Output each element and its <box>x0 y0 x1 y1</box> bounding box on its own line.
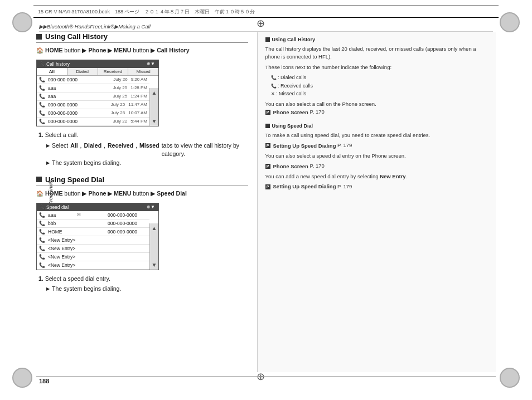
row-date: July 26 <box>113 77 127 82</box>
row-name: aaa <box>48 85 56 91</box>
sd-icon: 📞 <box>39 254 46 260</box>
row-time: 11:47 AM <box>128 102 147 107</box>
right-column: Using Call History The call history disp… <box>257 32 496 372</box>
sd-new-entry: <New Entry> <box>48 237 76 243</box>
right-sd-ref3: P Setting Up Speed Dialing P. 179 <box>265 183 491 191</box>
dialed-icon-item: 📞 : Dialed calls <box>271 74 491 82</box>
sd-sub-step-1: The system begins dialing. <box>46 285 248 294</box>
sd-new-entry: <New Entry> <box>48 262 76 268</box>
sd-icon: 📞 <box>39 237 46 243</box>
call-icon: 📞 <box>39 110 46 116</box>
right-ch-para3: You can also select a call on the Phone … <box>265 100 491 116</box>
sd-new-entry: <New Entry> <box>48 254 76 260</box>
sd-icon: 📞 <box>39 221 46 226</box>
sd-scroll-buttons[interactable]: ▲ ▼ <box>149 223 158 270</box>
missed-icon-item: ✕ : Missed calls <box>271 90 491 98</box>
right-sd-title: Using Speed Dial <box>272 123 313 129</box>
call-history-row: 📞 aaa July 25 1:24 PM <box>37 92 149 101</box>
speed-dial-row: 📞 HOME 000-000-0000 <box>37 228 149 236</box>
corner-decoration-br <box>500 368 520 388</box>
scroll-up-icon[interactable]: ▲ <box>152 90 157 96</box>
call-history-row: 📞 000-000-0000 July 26 9:20 AM <box>37 76 149 84</box>
sd-title-bar: 📞 Speed dial ⊕▼ <box>37 203 158 211</box>
breadcrumb-text: ▶▶Bluetooth® HandsFreeLink®▶Making a Cal… <box>39 23 151 30</box>
page-number: 188 <box>39 378 49 384</box>
screen-title-text: Call history <box>46 61 70 67</box>
call-icon: 📞 <box>39 94 46 99</box>
right-ch-para2: These icons next to the number indicate … <box>265 64 491 71</box>
phone-screen-ref2: P Phone Screen <box>265 163 308 170</box>
right-square-icon <box>265 124 270 128</box>
tab-missed[interactable]: Missed <box>128 68 158 75</box>
right-ch-title: Using Call History <box>272 37 316 42</box>
right-ch-body: The call history displays the last 20 di… <box>265 45 491 116</box>
sd-number: 000-000-0000 <box>108 212 137 218</box>
sd-icon: 📞 <box>39 212 46 218</box>
breadcrumb: ▶▶Bluetooth® HandsFreeLink®▶Making a Cal… <box>39 23 493 32</box>
sd-title-icon: 📞 <box>40 204 46 210</box>
right-call-history: Using Call History The call history disp… <box>265 37 491 116</box>
right-sd-body: To make a call using speed dial, you nee… <box>265 131 491 191</box>
call-history-row: 📞 000-000-0000 July 25 10:07 AM <box>37 109 149 118</box>
right-speed-dial: Using Speed Dial To make a call using sp… <box>265 123 491 191</box>
sub-step-1: Select All, Dialed, Received, Missed tab… <box>46 142 248 159</box>
right-sd-header: Using Speed Dial <box>265 123 491 129</box>
sd-icon: 📞 <box>39 229 46 235</box>
right-ch-para1: The call history displays the last 20 di… <box>265 45 491 61</box>
sd-name: aaa <box>48 212 76 218</box>
row-name: 000-000-0000 <box>48 110 78 116</box>
call-history-screen: 📞 Call history ⊕▼ All Dialed Received Mi… <box>36 60 159 126</box>
sd-icon: 📞 <box>39 246 46 251</box>
tab-received[interactable]: Received <box>98 68 129 75</box>
call-icon: 📞 <box>39 119 46 124</box>
corner-decoration-tr <box>500 12 520 32</box>
scroll-down-icon[interactable]: ▼ <box>152 262 157 268</box>
left-column: Using Call History 🏠 HOME button ▶ Phone… <box>36 32 257 372</box>
screen-title-icon: 📞 <box>40 61 46 67</box>
sd-name: HOME <box>48 229 76 235</box>
scroll-down-icon[interactable]: ▼ <box>152 118 157 124</box>
speed-dial-steps: 1. Select a speed dial entry. The system… <box>38 275 248 294</box>
sd-title-text: Speed dial <box>46 204 69 210</box>
speed-dial-row: 📞 aaa ✉ 000-000-0000 <box>37 211 149 219</box>
row-time: 1:28 PM <box>130 85 147 90</box>
screen-tabs: All Dialed Received Missed <box>37 68 158 76</box>
row-name: aaa <box>48 94 56 99</box>
sd-new-entry: <New Entry> <box>48 246 76 251</box>
call-history-header: Using Call History <box>36 32 248 43</box>
sd-type-icon: ✉ <box>77 212 81 217</box>
ref-box-icon: P <box>265 110 270 115</box>
row-date: July 25 <box>113 85 127 90</box>
row-date: July 25 <box>113 94 127 99</box>
row-time: 1:24 PM <box>130 94 147 99</box>
row-time: 5:44 PM <box>130 119 147 124</box>
setting-up-speed-ref1: P Setting Up Speed Dialing <box>265 142 336 150</box>
screen-options-icon: ⊕▼ <box>147 61 155 66</box>
scroll-up-icon[interactable]: ▲ <box>152 225 157 231</box>
bottom-bar <box>36 376 496 377</box>
call-icon: 📞 <box>39 85 46 91</box>
tab-dialed[interactable]: Dialed <box>67 68 98 75</box>
call-history-row: 📞 000-000-0000 July 22 5:44 PM <box>37 118 149 126</box>
speed-dial-row: 📞 <New Entry> <box>37 253 149 261</box>
screen-title-bar: 📞 Call history ⊕▼ <box>37 60 158 68</box>
right-ch-header: Using Call History <box>265 37 491 42</box>
section-square-icon <box>36 177 42 182</box>
speed-dial-section: Using Speed Dial 🏠 HOME button ▶ Phone ▶… <box>36 175 248 294</box>
call-icon: 📞 <box>39 102 46 108</box>
sd-options-icon: ⊕▼ <box>147 204 155 209</box>
speed-dial-row: 📞 <New Entry> <box>37 236 149 245</box>
header-bar: 15 CR-V NAVI-31T0A8100.book 188 ページ ２０１４… <box>33 6 499 18</box>
call-history-row: 📞 000-000-0000 July 25 11:47 AM <box>37 101 149 109</box>
step-1: 1. Select a call. <box>38 131 248 140</box>
tab-all[interactable]: All <box>37 68 67 75</box>
right-sd-para1: To make a call using speed dial, you nee… <box>265 131 491 139</box>
ref-box-icon: P <box>265 184 270 189</box>
call-icon: 📞 <box>39 77 46 82</box>
speed-dial-title: Using Speed Dial <box>45 175 104 184</box>
setting-up-speed-ref3: P Setting Up Speed Dialing <box>265 183 336 191</box>
call-history-title: Using Call History <box>45 32 108 41</box>
right-sd-para2: You can also select a speed dial entry o… <box>265 152 491 160</box>
scroll-buttons[interactable]: ▲ ▼ <box>149 88 158 126</box>
right-sd-para3: You can add a new speed dial entry by se… <box>265 173 491 181</box>
